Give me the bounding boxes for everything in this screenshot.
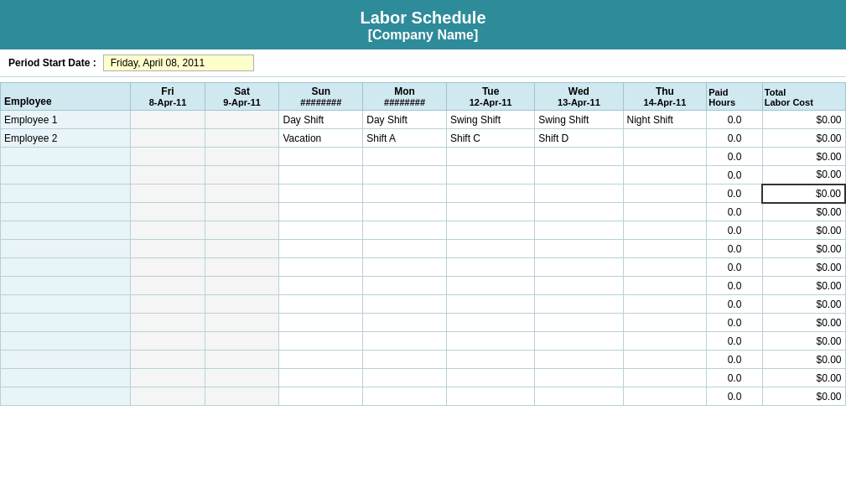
cell-tue[interactable] bbox=[446, 314, 534, 332]
cell-sat[interactable] bbox=[205, 332, 279, 351]
cell-thu[interactable] bbox=[623, 351, 707, 369]
cell-total[interactable]: $0.00 bbox=[762, 203, 845, 221]
cell-sun[interactable] bbox=[279, 258, 363, 277]
cell-fri[interactable] bbox=[131, 221, 205, 240]
cell-fri[interactable] bbox=[131, 332, 205, 351]
cell-paid[interactable]: 0.0 bbox=[707, 387, 763, 406]
cell-mon[interactable] bbox=[363, 184, 447, 203]
cell-paid[interactable]: 0.0 bbox=[707, 314, 763, 332]
cell-sat[interactable] bbox=[205, 166, 279, 184]
cell-mon[interactable] bbox=[363, 387, 447, 406]
cell-employee[interactable] bbox=[1, 351, 131, 369]
cell-tue[interactable] bbox=[446, 148, 534, 166]
cell-sun[interactable] bbox=[279, 184, 363, 203]
cell-sat[interactable] bbox=[205, 203, 279, 221]
cell-tue[interactable] bbox=[446, 295, 534, 314]
cell-wed[interactable] bbox=[535, 332, 623, 351]
cell-tue[interactable] bbox=[446, 203, 534, 221]
cell-mon[interactable] bbox=[363, 240, 447, 258]
cell-employee[interactable] bbox=[1, 148, 131, 166]
cell-fri[interactable] bbox=[131, 184, 205, 203]
cell-thu[interactable] bbox=[623, 166, 707, 184]
cell-thu[interactable] bbox=[623, 295, 707, 314]
cell-tue[interactable] bbox=[446, 240, 534, 258]
cell-total[interactable]: $0.00 bbox=[762, 314, 845, 332]
cell-paid[interactable]: 0.0 bbox=[707, 369, 763, 387]
cell-total[interactable]: $0.00 bbox=[762, 258, 845, 277]
cell-total[interactable]: $0.00 bbox=[762, 332, 845, 351]
cell-sun[interactable] bbox=[279, 166, 363, 184]
cell-fri[interactable] bbox=[131, 129, 205, 148]
cell-sat[interactable] bbox=[205, 184, 279, 203]
cell-fri[interactable] bbox=[131, 148, 205, 166]
cell-total[interactable]: $0.00 bbox=[762, 295, 845, 314]
cell-wed[interactable] bbox=[535, 351, 623, 369]
cell-paid[interactable]: 0.0 bbox=[707, 221, 763, 240]
cell-sun[interactable] bbox=[279, 351, 363, 369]
cell-mon[interactable] bbox=[363, 277, 447, 295]
cell-paid[interactable]: 0.0 bbox=[707, 240, 763, 258]
cell-total[interactable]: $0.00 bbox=[762, 166, 845, 184]
cell-wed[interactable] bbox=[535, 277, 623, 295]
cell-sun[interactable]: Vacation bbox=[279, 129, 363, 148]
cell-sat[interactable] bbox=[205, 240, 279, 258]
cell-thu[interactable] bbox=[623, 148, 707, 166]
cell-tue[interactable] bbox=[446, 221, 534, 240]
cell-employee[interactable] bbox=[1, 221, 131, 240]
cell-mon[interactable] bbox=[363, 221, 447, 240]
cell-fri[interactable] bbox=[131, 258, 205, 277]
cell-tue[interactable] bbox=[446, 184, 534, 203]
cell-paid[interactable]: 0.0 bbox=[707, 129, 763, 148]
cell-paid[interactable]: 0.0 bbox=[707, 184, 763, 203]
cell-sat[interactable] bbox=[205, 148, 279, 166]
cell-paid[interactable]: 0.0 bbox=[707, 258, 763, 277]
cell-tue[interactable] bbox=[446, 351, 534, 369]
cell-sun[interactable] bbox=[279, 221, 363, 240]
cell-sun[interactable] bbox=[279, 369, 363, 387]
period-value[interactable]: Friday, April 08, 2011 bbox=[103, 55, 254, 71]
cell-thu[interactable] bbox=[623, 258, 707, 277]
cell-sat[interactable] bbox=[205, 351, 279, 369]
cell-employee[interactable] bbox=[1, 295, 131, 314]
cell-sun[interactable]: Day Shift bbox=[279, 111, 363, 129]
cell-total[interactable]: $0.00 bbox=[762, 221, 845, 240]
cell-wed[interactable] bbox=[535, 203, 623, 221]
cell-employee[interactable] bbox=[1, 332, 131, 351]
cell-fri[interactable] bbox=[131, 203, 205, 221]
cell-fri[interactable] bbox=[131, 295, 205, 314]
cell-sun[interactable] bbox=[279, 295, 363, 314]
cell-mon[interactable] bbox=[363, 369, 447, 387]
cell-employee[interactable]: Employee 1 bbox=[1, 111, 131, 129]
cell-total[interactable]: $0.00 bbox=[762, 369, 845, 387]
cell-wed[interactable] bbox=[535, 166, 623, 184]
cell-employee[interactable] bbox=[1, 166, 131, 184]
cell-paid[interactable]: 0.0 bbox=[707, 148, 763, 166]
cell-mon[interactable] bbox=[363, 166, 447, 184]
cell-mon[interactable] bbox=[363, 351, 447, 369]
cell-mon[interactable] bbox=[363, 314, 447, 332]
cell-sat[interactable] bbox=[205, 314, 279, 332]
cell-thu[interactable] bbox=[623, 184, 707, 203]
cell-employee[interactable] bbox=[1, 184, 131, 203]
cell-wed[interactable] bbox=[535, 184, 623, 203]
cell-tue[interactable] bbox=[446, 332, 534, 351]
cell-sat[interactable] bbox=[205, 277, 279, 295]
cell-employee[interactable] bbox=[1, 258, 131, 277]
cell-total[interactable]: $0.00 bbox=[762, 111, 845, 129]
cell-mon[interactable] bbox=[363, 203, 447, 221]
cell-sat[interactable] bbox=[205, 221, 279, 240]
cell-sat[interactable] bbox=[205, 295, 279, 314]
cell-paid[interactable]: 0.0 bbox=[707, 277, 763, 295]
cell-wed[interactable] bbox=[535, 258, 623, 277]
cell-total[interactable]: $0.00 bbox=[762, 240, 845, 258]
cell-sun[interactable] bbox=[279, 314, 363, 332]
cell-sun[interactable] bbox=[279, 277, 363, 295]
cell-paid[interactable]: 0.0 bbox=[707, 295, 763, 314]
cell-paid[interactable]: 0.0 bbox=[707, 351, 763, 369]
cell-sun[interactable] bbox=[279, 148, 363, 166]
cell-fri[interactable] bbox=[131, 387, 205, 406]
cell-total[interactable]: $0.00 bbox=[762, 387, 845, 406]
cell-paid[interactable]: 0.0 bbox=[707, 111, 763, 129]
cell-employee[interactable] bbox=[1, 369, 131, 387]
cell-tue[interactable]: Swing Shift bbox=[446, 111, 534, 129]
